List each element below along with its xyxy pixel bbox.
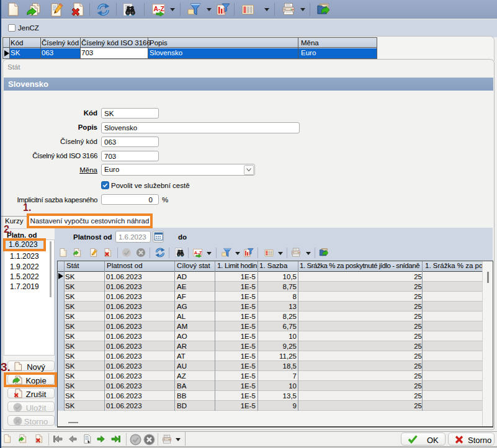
svg-text:A-Z: A-Z bbox=[153, 5, 164, 12]
svg-text:A-Z: A-Z bbox=[194, 250, 202, 256]
